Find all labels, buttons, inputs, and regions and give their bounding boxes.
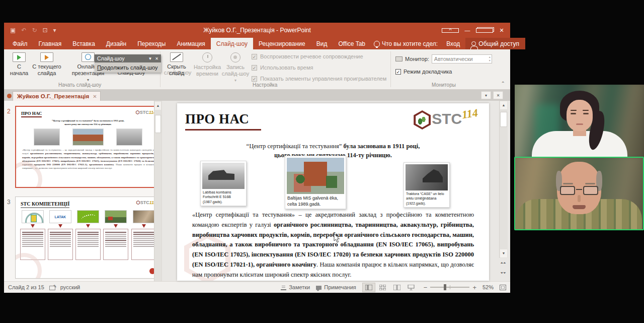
zoom-slider-thumb[interactable] bbox=[444, 284, 446, 290]
ribbon: С начала С текущего слайда Онлайн-презен… bbox=[4, 49, 510, 90]
previous-slide-button[interactable]: ⏶⏶ bbox=[500, 259, 507, 267]
tab-animations[interactable]: Анимация bbox=[171, 38, 210, 49]
rehearse-timings-button[interactable]: Настройка времени bbox=[192, 52, 222, 77]
hide-slide-button[interactable]: Скрыть слайд bbox=[165, 52, 188, 76]
hide-slide-icon bbox=[170, 52, 183, 62]
minimize-button[interactable]: — bbox=[459, 23, 476, 38]
slideshow-icon[interactable]: ⊡ bbox=[42, 27, 47, 34]
comments-button[interactable]: Примечания bbox=[316, 284, 356, 290]
slide-navigation: ⏶⏶ ⏷⏷ bbox=[499, 259, 508, 279]
current-slide[interactable]: ПРО НАС STC 114 “Центр сертифікації та т… bbox=[177, 103, 489, 281]
tractor-photo-mini bbox=[105, 210, 127, 223]
hands-photo-mini bbox=[133, 210, 155, 223]
normal-view-icon bbox=[365, 285, 372, 290]
zoom-slider[interactable] bbox=[430, 287, 469, 288]
photo-tractor[interactable]: Traktora “CASE” un lielo arklu izmēģināš… bbox=[404, 162, 450, 208]
tab-insert[interactable]: Вставка bbox=[67, 38, 101, 49]
fit-to-window-button[interactable] bbox=[500, 285, 506, 290]
notes-icon bbox=[281, 285, 286, 290]
office-tab-pin-icon[interactable] bbox=[7, 94, 12, 98]
record-slideshow-button[interactable]: Запись слайд-шоу ▾ bbox=[219, 52, 252, 83]
clock-icon bbox=[202, 52, 212, 62]
resume-slideshow-item[interactable]: Продолжить слайд-шоу bbox=[95, 62, 161, 73]
status-bar: Слайд 2 из 15 русский Заметки Примечания bbox=[4, 281, 510, 293]
monitor-select[interactable]: Автоматически ▴▾ bbox=[432, 54, 492, 63]
view-switcher bbox=[362, 283, 418, 292]
checkbox-presenter-view[interactable]: ✓ Режим докладчика bbox=[395, 69, 452, 75]
slide-title-underline: ПРО НАС bbox=[185, 103, 261, 131]
monitor-icon bbox=[395, 56, 403, 61]
redo-icon[interactable]: ↻ bbox=[32, 27, 37, 34]
resume-label: родолжить слайд-шоу bbox=[101, 64, 158, 71]
slide-3-number: 3 bbox=[7, 199, 11, 206]
undo-icon[interactable]: ↶ bbox=[21, 27, 26, 34]
tell-me-box[interactable]: Что вы хотите сдел: bbox=[371, 38, 441, 49]
scrollbar-thumb[interactable] bbox=[500, 112, 507, 127]
share-button[interactable]: Общий доступ bbox=[465, 38, 525, 49]
tab-home[interactable]: Главная bbox=[33, 38, 67, 49]
lightbulb-icon bbox=[374, 41, 380, 47]
tab-close-icon[interactable]: ✕ bbox=[93, 94, 97, 99]
thumbnail-scrollbar[interactable]: ▲ bbox=[154, 101, 162, 281]
language-icon bbox=[49, 286, 55, 290]
customize-qat-icon[interactable]: ▾ bbox=[53, 27, 56, 34]
record-icon bbox=[230, 52, 240, 62]
document-tab[interactable]: Жуйков О.Г._Презентація ✕ bbox=[13, 91, 101, 101]
reading-view-button[interactable] bbox=[390, 283, 404, 292]
scrollbar-thumb[interactable] bbox=[155, 115, 161, 133]
slide-2-thumbnail[interactable]: ПРО НАС ⬡STC114 “Центр сертифікації та т… bbox=[15, 106, 161, 188]
window-title: Жуйков О.Г._Презентація - PowerPoint bbox=[203, 27, 311, 34]
checkbox-show-media-controls[interactable]: ✓ Показать элементы управления проигрыва… bbox=[252, 76, 386, 82]
participant-video-woman[interactable] bbox=[515, 85, 644, 157]
slideshow-view-button[interactable] bbox=[405, 283, 418, 292]
scroll-up-icon[interactable]: ▲ bbox=[500, 101, 507, 109]
tab-review[interactable]: Рецензирование bbox=[253, 38, 311, 49]
photo-building[interactable]: Baltijas MIS galvenā ēka, celta 1989.gad… bbox=[285, 156, 346, 209]
collapse-ribbon-icon[interactable]: ⌃ bbox=[501, 81, 505, 86]
zoom-in-button[interactable]: + bbox=[472, 284, 476, 291]
close-button[interactable]: ✕ bbox=[493, 23, 510, 38]
toolbar-dropdown-icon[interactable]: ▼ bbox=[148, 56, 152, 61]
document-tab-bar: Жуйков О.Г._Презентація ✕ ▾ ✕ bbox=[4, 90, 510, 101]
tab-transitions[interactable]: Переходы bbox=[132, 38, 171, 49]
slide-scrollbar[interactable]: ▲ ▼ bbox=[499, 101, 508, 258]
participant-video-man-active-speaker[interactable] bbox=[514, 157, 644, 230]
sign-in-button[interactable]: Вход bbox=[441, 38, 465, 49]
from-current-slide-button[interactable]: С текущего слайда bbox=[30, 52, 63, 76]
slide-sorter-icon bbox=[379, 285, 386, 290]
floating-slideshow-toolbar: Слайд-шоу ▼ ✕ Продолжить слайд-шоу bbox=[95, 54, 161, 73]
zoom-control: − + bbox=[424, 284, 476, 291]
mini-logo-hex: ⬡ bbox=[136, 200, 140, 205]
tab-design[interactable]: Дизайн bbox=[101, 38, 132, 49]
zoom-level[interactable]: 52% bbox=[482, 284, 494, 290]
zoom-out-button[interactable]: − bbox=[424, 284, 428, 291]
tab-view[interactable]: Вид bbox=[311, 38, 333, 49]
language-indicator[interactable]: русский bbox=[60, 284, 80, 290]
restore-button[interactable] bbox=[476, 23, 493, 38]
slide-3-thumbnail[interactable]: STC КОМПЕТЕНЦІЇ ⬡STC114 LATAK bbox=[15, 197, 161, 279]
ribbon-display-options-button[interactable]: ^ bbox=[442, 23, 459, 38]
photo-combine[interactable]: Labības kombains Fortschritt E 516B (198… bbox=[200, 161, 247, 206]
checkbox-use-timings[interactable]: ✓ Использовать время bbox=[252, 64, 313, 71]
toolbar-close-icon[interactable]: ✕ bbox=[155, 56, 158, 61]
mini-photo-tractor bbox=[116, 128, 142, 146]
tab-office-tab[interactable]: Office Tab bbox=[333, 38, 371, 49]
checkbox-play-narrations[interactable]: ✓ Воспроизвести речевое сопровождение bbox=[252, 53, 363, 59]
save-icon[interactable]: ▣ bbox=[10, 27, 16, 34]
tab-slideshow[interactable]: Слайд-шоу bbox=[211, 38, 253, 49]
normal-view-button[interactable] bbox=[362, 283, 375, 292]
hexagon-leaf-icon bbox=[414, 110, 431, 130]
notes-button[interactable]: Заметки bbox=[281, 284, 310, 290]
tab-bar-close-icon[interactable]: ✕ bbox=[493, 91, 503, 99]
next-slide-button[interactable]: ⏷⏷ bbox=[500, 269, 507, 277]
tab-file[interactable]: Файл bbox=[7, 38, 33, 49]
from-start-button[interactable]: С начала bbox=[9, 52, 29, 76]
slide-sorter-view-button[interactable] bbox=[376, 283, 389, 292]
floating-toolbar-header[interactable]: Слайд-шоу ▼ ✕ bbox=[95, 54, 161, 62]
monitor-row: Монитор: Автоматически ▴▾ bbox=[395, 54, 492, 63]
latak-logo: LATAK bbox=[49, 210, 71, 223]
checkbox-icon: ✓ bbox=[395, 69, 401, 75]
scroll-down-icon[interactable]: ▼ bbox=[500, 249, 507, 257]
tab-list-dropdown-icon[interactable]: ▾ bbox=[481, 91, 491, 99]
scroll-up-icon[interactable]: ▲ bbox=[155, 102, 161, 110]
